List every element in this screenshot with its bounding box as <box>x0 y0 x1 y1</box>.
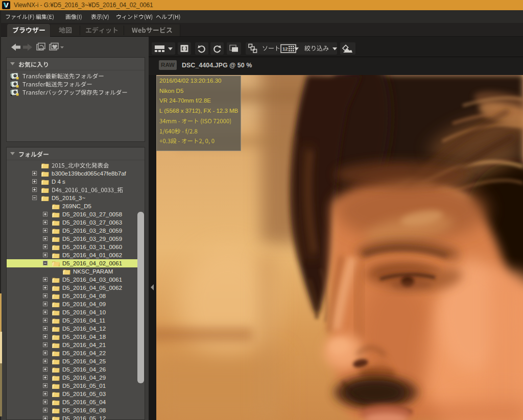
svg-text:12: 12 <box>282 46 288 52</box>
